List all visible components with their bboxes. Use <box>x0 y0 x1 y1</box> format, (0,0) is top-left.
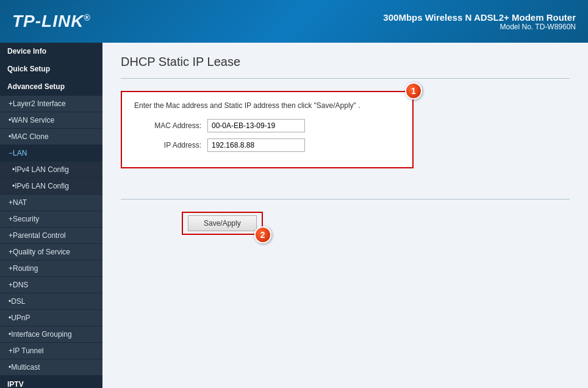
badge-2: 2 <box>254 226 271 243</box>
logo: TP-LINK® <box>12 12 91 31</box>
mac-address-label: MAC Address: <box>134 121 207 130</box>
device-title: 300Mbps Wireless N ADSL2+ Modem Router <box>383 12 576 23</box>
header: TP-LINK® 300Mbps Wireless N ADSL2+ Modem… <box>0 0 588 43</box>
badge-1: 1 <box>405 82 422 99</box>
mac-address-row: MAC Address: <box>134 119 400 132</box>
ip-address-label: IP Address: <box>134 141 207 149</box>
model-number: Model No. TD-W8960N <box>383 23 576 31</box>
form-hint: Enter the Mac address and Static IP addr… <box>134 101 400 110</box>
logo-text: TP-LINK <box>12 12 84 31</box>
content-area: DHCP Static IP Lease Enter the Mac addre… <box>102 43 588 388</box>
sidebar-item-ipv6-lan-config[interactable]: •IPv6 LAN Config <box>0 178 102 195</box>
sidebar-item-dns[interactable]: +DNS <box>0 277 102 293</box>
save-button-box: Save/Apply <box>182 212 263 235</box>
sidebar-item-quality-of-service[interactable]: +Quality of Service <box>0 244 102 260</box>
sidebar-item-routing[interactable]: +Routing <box>0 260 102 277</box>
reg-symbol: ® <box>84 13 90 23</box>
sidebar-item-nat[interactable]: +NAT <box>0 195 102 211</box>
sidebar-item-ip-tunnel[interactable]: +IP Tunnel <box>0 343 102 359</box>
save-apply-button[interactable]: Save/Apply <box>188 215 257 231</box>
mac-address-input[interactable] <box>207 119 305 132</box>
ip-address-row: IP Address: <box>134 138 400 152</box>
sidebar-item-parental-control[interactable]: +Parental Control <box>0 228 102 244</box>
sidebar-item-multicast[interactable]: •Multicast <box>0 359 102 376</box>
sidebar-item-lan[interactable]: −LAN <box>0 145 102 162</box>
form-box: Enter the Mac address and Static IP addr… <box>121 91 414 168</box>
sidebar-item-mac-clone[interactable]: •MAC Clone <box>0 129 102 145</box>
sidebar-item-device-info[interactable]: Device Info <box>0 43 102 60</box>
sidebar-item-advanced-setup[interactable]: Advanced Setup <box>0 78 102 96</box>
divider-bottom <box>121 199 570 199</box>
main-layout: Device Info Quick Setup Advanced Setup +… <box>0 43 588 388</box>
header-device-info: 300Mbps Wireless N ADSL2+ Modem Router M… <box>383 12 576 31</box>
divider-top <box>121 78 570 79</box>
sidebar-item-iptv[interactable]: IPTV <box>0 376 102 388</box>
page-title: DHCP Static IP Lease <box>121 55 570 69</box>
sidebar-item-security[interactable]: +Security <box>0 211 102 228</box>
sidebar-item-upnp[interactable]: •UPnP <box>0 310 102 326</box>
sidebar-item-interface-grouping[interactable]: •Interface Grouping <box>0 326 102 343</box>
sidebar-item-quick-setup[interactable]: Quick Setup <box>0 60 102 78</box>
sidebar: Device Info Quick Setup Advanced Setup +… <box>0 43 102 388</box>
ip-address-input[interactable] <box>207 138 305 152</box>
sidebar-item-ipv4-lan-config[interactable]: •IPv4 LAN Config <box>0 162 102 178</box>
sidebar-item-wan-service[interactable]: •WAN Service <box>0 112 102 129</box>
sidebar-item-layer2-interface[interactable]: +Layer2 Interface <box>0 96 102 112</box>
sidebar-item-dsl[interactable]: •DSL <box>0 293 102 310</box>
